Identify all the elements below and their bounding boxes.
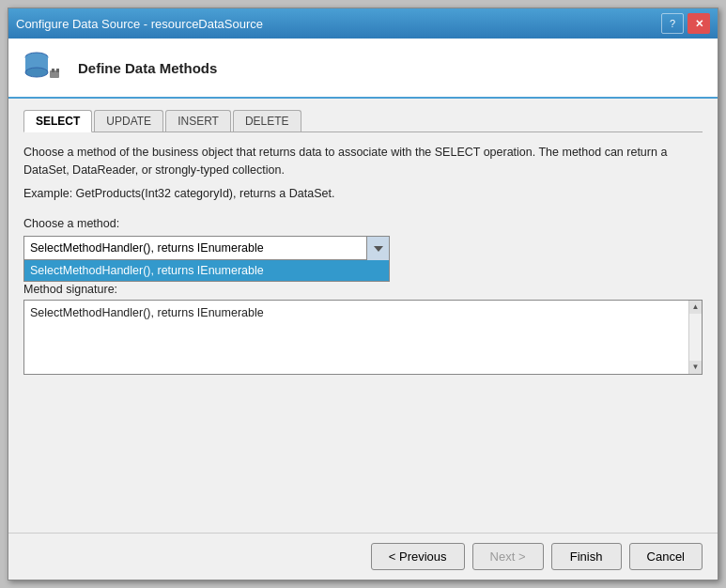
- header-section: Define Data Methods: [8, 39, 718, 99]
- method-signature-label: Method signature:: [23, 283, 703, 296]
- header-icon-container: [23, 50, 65, 85]
- dropdown-container: SelectMethodHandler(), returns IEnumerab…: [23, 236, 390, 260]
- main-window: Configure Data Source - resourceDataSour…: [8, 8, 718, 580]
- page-title: Define Data Methods: [78, 60, 217, 76]
- dropdown-arrow-icon: [366, 237, 389, 261]
- svg-rect-3: [25, 56, 48, 58]
- tabs-container: SELECT UPDATE INSERT DELETE: [23, 110, 703, 132]
- tab-insert[interactable]: INSERT: [165, 110, 231, 132]
- scroll-down-arrow[interactable]: ▼: [689, 361, 703, 374]
- next-button[interactable]: Next >: [472, 543, 544, 570]
- title-bar: Configure Data Source - resourceDataSour…: [8, 8, 718, 39]
- description-text: Choose a method of the business object t…: [23, 144, 703, 179]
- example-text: Example: GetProducts(Int32 categoryId), …: [23, 187, 703, 200]
- previous-button[interactable]: < Previous: [371, 543, 465, 570]
- footer: < Previous Next > Finish Cancel: [8, 533, 718, 580]
- method-signature-value: SelectMethodHandler(), returns IEnumerab…: [30, 306, 264, 319]
- method-signature-box: SelectMethodHandler(), returns IEnumerab…: [23, 300, 703, 375]
- window-title: Configure Data Source - resourceDataSour…: [16, 17, 263, 31]
- vertical-scrollbar[interactable]: ▲ ▼: [688, 301, 702, 374]
- content-area: SELECT UPDATE INSERT DELETE Choose a met…: [8, 99, 718, 533]
- dropdown-selected-text: SelectMethodHandler(), returns IEnumerab…: [30, 241, 264, 255]
- database-icon: [23, 50, 65, 85]
- cancel-button[interactable]: Cancel: [629, 543, 703, 570]
- dropdown-selected[interactable]: SelectMethodHandler(), returns IEnumerab…: [23, 236, 390, 260]
- tab-select[interactable]: SELECT: [23, 110, 92, 132]
- scroll-up-arrow[interactable]: ▲: [689, 301, 703, 314]
- dropdown-list: SelectMethodHandler(), returns IEnumerab…: [23, 260, 390, 282]
- dropdown-item[interactable]: SelectMethodHandler(), returns IEnumerab…: [24, 260, 389, 281]
- svg-point-2: [25, 68, 48, 77]
- choose-method-label: Choose a method:: [23, 217, 703, 230]
- svg-rect-6: [56, 69, 59, 72]
- close-button[interactable]: ✕: [687, 13, 710, 34]
- svg-rect-5: [52, 69, 54, 72]
- help-button[interactable]: ?: [661, 13, 684, 34]
- tab-delete[interactable]: DELETE: [233, 110, 301, 132]
- title-bar-controls: ? ✕: [661, 13, 710, 34]
- tab-update[interactable]: UPDATE: [94, 110, 163, 132]
- finish-button[interactable]: Finish: [551, 543, 622, 570]
